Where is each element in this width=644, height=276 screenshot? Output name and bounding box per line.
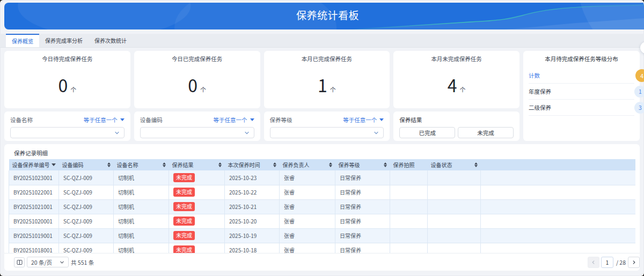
table-row[interactable]: BY20251021001 SC-QZJ-009 切制机 未完成 2025-10…	[9, 199, 636, 214]
stat-value-row: 0个	[4, 76, 130, 95]
filter-buttons: 已完成 未完成	[399, 127, 514, 138]
stat-card-1: 今日已完成保养任务 0个	[134, 51, 260, 108]
tab-0[interactable]: 保养概览	[6, 34, 39, 47]
cell-order_no: BY20251021001	[13, 203, 53, 211]
distribution-row-label: 二级保养	[529, 103, 551, 111]
stat-unit: 个	[70, 85, 76, 94]
filter-operator-label: 等于任意一个	[84, 116, 118, 124]
distribution-title: 本月待完成保养任务等级分布	[529, 51, 634, 68]
stat-title: 本月已完成保养任务	[264, 51, 390, 63]
total-pages-label: / 28	[616, 258, 626, 266]
filter-select[interactable]	[10, 127, 125, 138]
chevron-down-icon	[244, 130, 250, 136]
distribution-row[interactable]: 二级保养 3	[529, 100, 634, 116]
sort-icon[interactable]	[107, 162, 111, 168]
count-badge: 3	[634, 102, 644, 114]
filter-button-done[interactable]: 已完成	[399, 127, 455, 138]
filter-label: 保养等级	[270, 116, 292, 124]
page-title: 保养统计看板	[4, 3, 644, 27]
table-row[interactable]: BY20251022001 SC-QZJ-009 切制机 未完成 2025-10…	[9, 185, 636, 199]
filter-card-3: 保养结果 已完成 未完成	[393, 111, 519, 141]
filter-label: 保养结果	[399, 116, 422, 124]
table-wrapper: 设备保养单编号 设备编码 设备名称 保养结果 本次保养时间 保养负责人 保养等级…	[9, 159, 635, 253]
cell-person: 张睿	[284, 174, 295, 182]
stat-title: 本月未完成保养任务	[393, 51, 519, 63]
chevron-down-icon	[60, 260, 64, 265]
cell-person: 张睿	[284, 188, 295, 196]
status-tag-incomplete: 未完成	[173, 245, 195, 253]
sort-icon[interactable]	[163, 162, 166, 168]
stat-value-row: 0个	[134, 76, 260, 95]
filter-select[interactable]	[270, 127, 384, 138]
dashboard-screen: 保养统计看板 保养概览 保养完成率分析 保养次数统计 今日待完成保养任务 0个 …	[0, 0, 644, 276]
column-header-label: 设备保养单编号	[12, 161, 50, 169]
distribution-row[interactable]: 计数 4	[529, 68, 634, 84]
stat-card-2: 本月已完成保养任务 1个	[264, 51, 390, 108]
filter-label: 设备名称	[10, 116, 33, 124]
cell-person: 张睿	[284, 217, 295, 225]
cell-order_no: BY20251022001	[13, 188, 53, 196]
column-header-label: 本次保养时间	[228, 161, 260, 169]
status-tag-incomplete: 未完成	[173, 217, 195, 226]
column-settings-button[interactable]	[14, 257, 25, 267]
stat-unit: 个	[330, 85, 336, 94]
cell-level: 日常保养	[340, 203, 361, 211]
cell-time: 2025-10-20	[229, 217, 257, 225]
page-banner: 保养统计看板	[4, 3, 644, 29]
pagination-controls: / 28	[588, 257, 640, 268]
sort-icon[interactable]	[273, 162, 276, 168]
cell-level: 日常保养	[340, 246, 361, 253]
prev-page-button[interactable]	[588, 257, 599, 268]
table-row[interactable]: BY20251020001 SC-QZJ-009 切制机 未完成 2025-10…	[9, 214, 636, 228]
cell-device_code: SC-QZJ-009	[63, 174, 92, 182]
distribution-row-label: 计数	[529, 71, 540, 79]
tab-1[interactable]: 保养完成率分析	[39, 34, 89, 47]
cell-device_code: SC-QZJ-009	[63, 232, 92, 240]
page-number-input[interactable]	[601, 257, 613, 268]
filter-card-1: 设备编码 等于任意一个	[134, 111, 260, 141]
status-tag-incomplete: 未完成	[173, 188, 195, 197]
stat-card-0: 今日待完成保养任务 0个	[4, 51, 130, 108]
filter-operator-dropdown[interactable]: 等于任意一个	[343, 116, 384, 124]
sort-desc-icon[interactable]	[52, 163, 56, 166]
page-size-value: 20 条/页	[31, 258, 60, 266]
column-header-label: 保养等级	[339, 161, 360, 169]
table-row[interactable]: BY20251019001 SC-QZJ-009 切制机 未完成 2025-10…	[9, 228, 636, 243]
maintenance-records-card: 保养记录明细 设备保养单编号 设备编码 设备名称 保养结果 本次保养时间 保养负…	[4, 144, 640, 271]
sort-icon[interactable]	[329, 162, 332, 168]
next-page-button[interactable]	[628, 257, 640, 268]
cell-person: 张睿	[284, 232, 295, 240]
tab-label: 保养次数统计	[94, 36, 127, 44]
page-size-select[interactable]: 20 条/页	[27, 257, 69, 267]
filter-operator-label: 等于任意一个	[214, 116, 247, 124]
distribution-row[interactable]: 年度保养 1	[529, 84, 634, 100]
stat-unit: 个	[460, 85, 466, 94]
filter-operator-dropdown[interactable]: 等于任意一个	[214, 116, 254, 124]
cell-device_name: 切制机	[118, 188, 134, 196]
count-badge: 1	[634, 86, 644, 98]
table-row[interactable]: BY20251023001 SC-QZJ-009 切制机 未完成 2025-10…	[9, 170, 636, 185]
filter-operator-dropdown[interactable]: 等于任意一个	[84, 116, 125, 124]
stat-value: 0	[58, 72, 68, 97]
tab-label: 保养概览	[12, 37, 33, 45]
filter-select[interactable]	[140, 127, 254, 138]
sort-icon[interactable]	[474, 162, 478, 168]
distribution-list: 计数 4 年度保养 1 二级保养 3	[529, 68, 634, 116]
cell-device_name: 切制机	[118, 203, 134, 211]
tab-2[interactable]: 保养次数统计	[89, 34, 133, 47]
cell-person: 张睿	[284, 246, 295, 253]
column-header-label: 设备状态	[431, 161, 452, 169]
total-count-label: 共 551 条	[71, 258, 94, 266]
column-header-label: 保养拍照	[393, 161, 415, 169]
table-header-row: 设备保养单编号 设备编码 设备名称 保养结果 本次保养时间 保养负责人 保养等级…	[9, 159, 636, 170]
cell-time: 2025-10-23	[229, 174, 257, 182]
stat-value-row: 1个	[264, 76, 390, 95]
filter-button-undone[interactable]: 未完成	[458, 127, 514, 138]
sort-icon[interactable]	[384, 162, 387, 168]
tab-label: 保养完成率分析	[45, 36, 83, 44]
stat-value: 0	[188, 72, 197, 97]
table-row[interactable]: BY20251018001 SC-QZJ-009 切制机 未完成 2025-10…	[9, 243, 636, 253]
filter-label: 设备编码	[140, 116, 163, 124]
sort-icon[interactable]	[218, 162, 222, 168]
columns-icon	[17, 259, 23, 265]
